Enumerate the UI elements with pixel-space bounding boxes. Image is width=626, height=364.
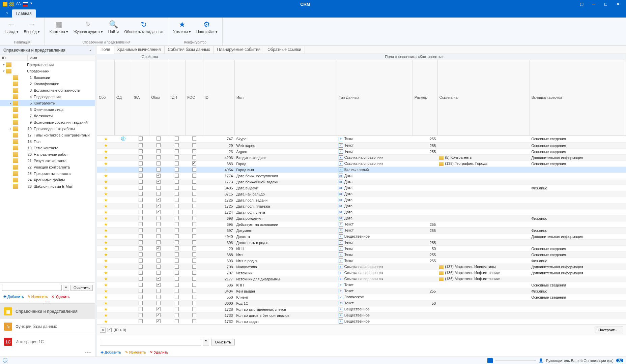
content-tab[interactable]: События базы данных bbox=[165, 46, 214, 54]
checkbox[interactable] bbox=[139, 228, 143, 232]
checkbox[interactable] bbox=[192, 174, 196, 178]
app-grid-icon[interactable] bbox=[9, 2, 14, 6]
checkbox[interactable] bbox=[139, 155, 143, 159]
dropdown-icon[interactable]: ▼ bbox=[63, 285, 69, 291]
col-header[interactable]: Вкладка карточки bbox=[530, 60, 626, 135]
grid-row[interactable]: ★1774Дата ближ. поступления31Дата bbox=[97, 173, 626, 179]
content-tab[interactable]: Планируемые события bbox=[214, 46, 264, 54]
ribbon-Утилиты[interactable]: ★Утилиты ▾ bbox=[171, 19, 193, 35]
checkbox[interactable] bbox=[175, 149, 179, 153]
checkbox[interactable] bbox=[156, 210, 161, 214]
content-tab[interactable]: Обратные ссылки bbox=[264, 46, 305, 54]
grid-row[interactable]: ★686КППTТекстОсновные сведения bbox=[97, 282, 626, 288]
checkbox[interactable] bbox=[156, 192, 161, 196]
tree-node[interactable]: 18Пол bbox=[0, 138, 95, 145]
tree-node[interactable]: 3Должностные обязанности bbox=[0, 87, 95, 93]
tree-col-name[interactable]: Имя bbox=[28, 55, 95, 61]
checkbox[interactable] bbox=[139, 161, 143, 165]
tree-node[interactable]: 6Физические лица bbox=[0, 106, 95, 113]
checkbox[interactable] bbox=[156, 149, 161, 153]
minimize-icon[interactable]: ─ bbox=[590, 1, 598, 7]
checkbox[interactable] bbox=[192, 289, 196, 293]
ribbon-Журнал аудита[interactable]: ✎Журнал аудита ▾ bbox=[72, 19, 105, 35]
grid-row[interactable]: ★4296Входит в холдинг▸Ссылка на справочн… bbox=[97, 155, 626, 161]
checkbox[interactable] bbox=[156, 216, 161, 220]
grid-row[interactable]: ★683Город▸Ссылка на справочник(135) Геог… bbox=[97, 161, 626, 167]
checkbox[interactable] bbox=[175, 180, 179, 184]
tree-delete-button[interactable]: ✕ Удалить bbox=[51, 295, 69, 299]
checkbox[interactable] bbox=[175, 174, 179, 178]
grid-row[interactable]: ★3404Кем выданTТекст255Физ.лицо bbox=[97, 288, 626, 294]
checkbox[interactable] bbox=[139, 216, 143, 220]
flag-ru-icon[interactable] bbox=[23, 2, 28, 6]
expand-icon[interactable]: ▸ bbox=[8, 127, 13, 130]
checkbox[interactable] bbox=[139, 204, 143, 208]
tree-add-button[interactable]: ✚ Добавить bbox=[3, 295, 24, 299]
nav-panel[interactable]: fxФункции базы данных bbox=[0, 319, 95, 334]
col-header[interactable]: ТДЧ bbox=[168, 60, 186, 135]
col-header[interactable]: Тип Данных bbox=[337, 60, 412, 135]
checkbox[interactable] bbox=[156, 246, 161, 250]
checkbox[interactable] bbox=[156, 283, 161, 287]
checkbox[interactable] bbox=[192, 198, 196, 202]
checkbox[interactable] bbox=[139, 313, 143, 317]
col-header[interactable]: Соб bbox=[97, 60, 115, 135]
checkbox[interactable] bbox=[192, 216, 196, 220]
tree-node[interactable]: 2Квалификации bbox=[0, 81, 95, 87]
checkbox[interactable] bbox=[192, 204, 196, 208]
grid-row[interactable]: ★Ⓢ747SkypeTТекст255Основные сведения bbox=[97, 135, 626, 143]
tab-main[interactable]: Главная bbox=[12, 9, 36, 18]
grid-row[interactable]: ★3405Дата выдачи31ДатаФиз.лицо bbox=[97, 185, 626, 191]
checkbox[interactable] bbox=[175, 210, 179, 214]
tree-node[interactable]: ▸10Произведенные работы bbox=[0, 125, 95, 132]
checkbox[interactable] bbox=[139, 319, 143, 323]
checkbox[interactable] bbox=[175, 198, 179, 202]
nav-panel[interactable]: ▦Справочники и представления bbox=[0, 304, 95, 319]
checkbox[interactable] bbox=[139, 210, 143, 214]
checkbox[interactable] bbox=[156, 265, 161, 269]
tree-node[interactable]: 23Приоритеты контакта bbox=[0, 170, 95, 177]
nav-panel[interactable]: 1СИнтеграция 1С bbox=[0, 334, 95, 349]
grid-row[interactable]: ★698Дата рождения31ДатаФиз.лицо bbox=[97, 215, 626, 221]
checkbox[interactable] bbox=[156, 136, 161, 141]
checkbox[interactable] bbox=[192, 168, 196, 172]
checkbox[interactable] bbox=[175, 301, 179, 305]
grid-row[interactable]: ★697ДокументTТекст255Физ.лицо bbox=[97, 228, 626, 234]
col-header[interactable]: Имя bbox=[234, 60, 337, 135]
checkbox[interactable] bbox=[156, 301, 161, 305]
grid-row[interactable]: ★3715Дата нач.сальдо31Дата bbox=[97, 191, 626, 197]
checkbox[interactable] bbox=[175, 259, 179, 263]
checkbox[interactable] bbox=[139, 234, 143, 238]
checkbox[interactable] bbox=[139, 246, 143, 250]
tree-node[interactable]: ▾Справочники bbox=[0, 68, 95, 74]
tree-node[interactable]: 4Подразделения bbox=[0, 93, 95, 100]
checkbox[interactable] bbox=[139, 180, 143, 184]
tree-col-id[interactable]: ID bbox=[0, 55, 28, 61]
checkbox[interactable] bbox=[139, 222, 143, 226]
grid-row[interactable]: ★695Действует на основанииTТекст255 bbox=[97, 221, 626, 228]
checkbox[interactable] bbox=[192, 186, 196, 190]
checkbox[interactable] bbox=[192, 259, 196, 263]
checkbox[interactable] bbox=[175, 240, 179, 244]
checkbox[interactable] bbox=[175, 161, 179, 165]
checkbox[interactable] bbox=[156, 295, 161, 299]
grid-add-button[interactable]: ✚ Добавить bbox=[101, 350, 121, 355]
checkbox[interactable] bbox=[175, 313, 179, 317]
content-tab[interactable]: Поля bbox=[97, 46, 114, 54]
checkbox[interactable] bbox=[175, 277, 179, 281]
grid-row[interactable]: ★1725Дата посл. платежа31Дата bbox=[97, 203, 626, 209]
checkbox[interactable] bbox=[192, 319, 196, 323]
checkbox[interactable] bbox=[175, 234, 179, 238]
checkbox[interactable] bbox=[192, 271, 196, 275]
col-header[interactable]: Обяз bbox=[149, 60, 168, 135]
checkbox[interactable] bbox=[192, 283, 196, 287]
grid-row[interactable]: ★23АдресTТекст255Основные сведения bbox=[97, 149, 626, 155]
checkbox[interactable] bbox=[192, 136, 196, 141]
checkbox[interactable] bbox=[175, 186, 179, 190]
db-icon[interactable] bbox=[487, 358, 493, 363]
checkbox[interactable] bbox=[192, 252, 196, 256]
grid-search-input[interactable] bbox=[100, 339, 201, 345]
checkbox[interactable] bbox=[139, 265, 143, 269]
checkbox[interactable] bbox=[175, 307, 179, 311]
grid-edit-button[interactable]: ✎ Изменить bbox=[125, 350, 146, 355]
